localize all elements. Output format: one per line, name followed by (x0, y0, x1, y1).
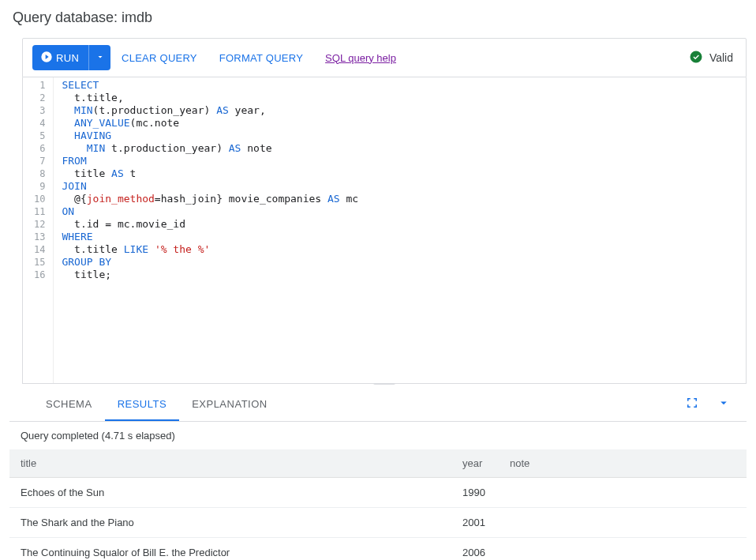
sql-help-link[interactable]: SQL query help (314, 46, 407, 70)
column-header-note[interactable]: note (499, 449, 747, 478)
fullscreen-button[interactable] (680, 391, 704, 417)
editor-gutter: 12345678910111213141516 (23, 77, 54, 383)
code-line[interactable]: t.id = mc.movie_id (62, 218, 358, 231)
run-button-group: RUN (32, 45, 110, 70)
play-icon (40, 51, 53, 66)
code-line[interactable]: JOIN (62, 180, 358, 193)
code-line[interactable]: t.title LIKE '% the %' (62, 243, 358, 256)
query-valid-label: Valid (709, 51, 733, 64)
code-line[interactable]: HAVING (62, 130, 358, 142)
cell-year: 1990 (451, 478, 499, 508)
query-toolbar: RUN CLEAR QUERY FORMAT QUERY SQL query h… (22, 38, 747, 77)
code-line[interactable]: title AS t (62, 167, 358, 180)
tab-results[interactable]: RESULTS (105, 387, 180, 421)
code-line[interactable]: GROUP BY (62, 256, 358, 269)
cell-year: 2001 (451, 508, 499, 538)
table-row[interactable]: The Shark and the Piano2001 (9, 508, 747, 538)
page-title: Query database: imdb (0, 0, 756, 35)
code-line[interactable]: SELECT (62, 79, 358, 92)
table-row[interactable]: Echoes of the Sun1990 (9, 478, 747, 508)
results-header-row: title year note (9, 449, 747, 478)
cell-note (499, 538, 747, 561)
results-table: title year note Echoes of the Sun1990The… (9, 449, 747, 560)
clear-query-button[interactable]: CLEAR QUERY (110, 46, 208, 70)
cell-title: The Continuing Squalor of Bill E. the Pr… (9, 538, 451, 561)
tab-explanation[interactable]: EXPLANATION (179, 387, 280, 421)
check-circle-icon (689, 50, 703, 66)
tab-schema[interactable]: SCHEMA (33, 387, 105, 421)
column-header-title[interactable]: title (9, 449, 451, 478)
code-line[interactable]: FROM (62, 155, 358, 167)
collapse-panel-button[interactable] (712, 391, 735, 417)
code-line[interactable]: ANY_VALUE(mc.note (62, 117, 358, 130)
code-line[interactable]: @{join_method=hash_join} movie_companies… (62, 193, 358, 205)
cell-note (499, 478, 747, 508)
panel-tabs: SCHEMA RESULTS EXPLANATION (9, 387, 747, 422)
query-status: Query completed (4.71 s elapsed) (9, 422, 747, 449)
code-line[interactable]: WHERE (62, 231, 358, 243)
code-line[interactable]: MIN(t.production_year) AS year, (62, 104, 358, 117)
format-query-button[interactable]: FORMAT QUERY (208, 46, 314, 70)
run-button[interactable]: RUN (32, 45, 88, 70)
caret-down-icon (95, 52, 105, 64)
run-button-label: RUN (56, 52, 79, 64)
cell-year: 2006 (451, 538, 499, 561)
code-line[interactable]: t.title, (62, 92, 358, 104)
column-header-year[interactable]: year (451, 449, 499, 478)
code-line[interactable]: ON (62, 205, 358, 218)
cell-title: The Shark and the Piano (9, 508, 451, 538)
cell-title: Echoes of the Sun (9, 478, 451, 508)
sql-editor[interactable]: 12345678910111213141516 SELECT t.title, … (22, 77, 747, 384)
code-line[interactable]: title; (62, 269, 358, 281)
fullscreen-icon (685, 396, 699, 412)
chevron-down-icon (717, 396, 731, 412)
query-valid-indicator: Valid (689, 50, 736, 66)
results-panel: SCHEMA RESULTS EXPLANATION Query complet… (9, 387, 747, 560)
run-options-dropdown[interactable] (88, 45, 110, 70)
editor-code[interactable]: SELECT t.title, MIN(t.production_year) A… (54, 77, 358, 383)
code-line[interactable]: MIN t.production_year) AS note (62, 142, 358, 155)
table-row[interactable]: The Continuing Squalor of Bill E. the Pr… (9, 538, 747, 561)
cell-note (499, 508, 747, 538)
